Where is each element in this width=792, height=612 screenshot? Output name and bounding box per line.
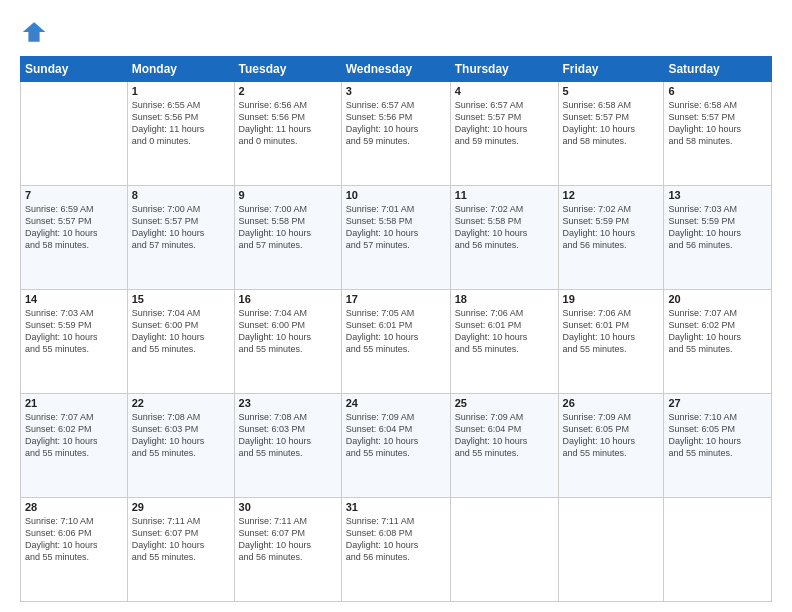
cell-info: Sunrise: 7:06 AMSunset: 6:01 PMDaylight:… — [563, 307, 660, 356]
calendar-cell: 6Sunrise: 6:58 AMSunset: 5:57 PMDaylight… — [664, 82, 772, 186]
calendar-cell: 2Sunrise: 6:56 AMSunset: 5:56 PMDaylight… — [234, 82, 341, 186]
cell-info: Sunrise: 7:11 AMSunset: 6:08 PMDaylight:… — [346, 515, 446, 564]
calendar-cell: 21Sunrise: 7:07 AMSunset: 6:02 PMDayligh… — [21, 394, 128, 498]
day-number: 21 — [25, 397, 123, 409]
cell-info: Sunrise: 7:10 AMSunset: 6:06 PMDaylight:… — [25, 515, 123, 564]
cell-info: Sunrise: 6:56 AMSunset: 5:56 PMDaylight:… — [239, 99, 337, 148]
cell-info: Sunrise: 7:07 AMSunset: 6:02 PMDaylight:… — [668, 307, 767, 356]
calendar-cell: 13Sunrise: 7:03 AMSunset: 5:59 PMDayligh… — [664, 186, 772, 290]
cell-info: Sunrise: 7:03 AMSunset: 5:59 PMDaylight:… — [668, 203, 767, 252]
day-number: 27 — [668, 397, 767, 409]
calendar-cell: 17Sunrise: 7:05 AMSunset: 6:01 PMDayligh… — [341, 290, 450, 394]
calendar-header-tuesday: Tuesday — [234, 57, 341, 82]
calendar-week-3: 14Sunrise: 7:03 AMSunset: 5:59 PMDayligh… — [21, 290, 772, 394]
calendar-cell: 25Sunrise: 7:09 AMSunset: 6:04 PMDayligh… — [450, 394, 558, 498]
cell-info: Sunrise: 7:09 AMSunset: 6:04 PMDaylight:… — [455, 411, 554, 460]
calendar-cell: 31Sunrise: 7:11 AMSunset: 6:08 PMDayligh… — [341, 498, 450, 602]
cell-info: Sunrise: 6:57 AMSunset: 5:56 PMDaylight:… — [346, 99, 446, 148]
calendar: SundayMondayTuesdayWednesdayThursdayFrid… — [20, 56, 772, 602]
cell-info: Sunrise: 7:11 AMSunset: 6:07 PMDaylight:… — [132, 515, 230, 564]
calendar-header-sunday: Sunday — [21, 57, 128, 82]
day-number: 6 — [668, 85, 767, 97]
day-number: 17 — [346, 293, 446, 305]
day-number: 22 — [132, 397, 230, 409]
calendar-cell: 19Sunrise: 7:06 AMSunset: 6:01 PMDayligh… — [558, 290, 664, 394]
calendar-week-4: 21Sunrise: 7:07 AMSunset: 6:02 PMDayligh… — [21, 394, 772, 498]
day-number: 7 — [25, 189, 123, 201]
cell-info: Sunrise: 7:09 AMSunset: 6:04 PMDaylight:… — [346, 411, 446, 460]
cell-info: Sunrise: 7:10 AMSunset: 6:05 PMDaylight:… — [668, 411, 767, 460]
day-number: 23 — [239, 397, 337, 409]
cell-info: Sunrise: 7:06 AMSunset: 6:01 PMDaylight:… — [455, 307, 554, 356]
calendar-cell: 1Sunrise: 6:55 AMSunset: 5:56 PMDaylight… — [127, 82, 234, 186]
day-number: 20 — [668, 293, 767, 305]
calendar-cell: 26Sunrise: 7:09 AMSunset: 6:05 PMDayligh… — [558, 394, 664, 498]
calendar-cell: 10Sunrise: 7:01 AMSunset: 5:58 PMDayligh… — [341, 186, 450, 290]
calendar-header-row: SundayMondayTuesdayWednesdayThursdayFrid… — [21, 57, 772, 82]
day-number: 10 — [346, 189, 446, 201]
calendar-cell: 20Sunrise: 7:07 AMSunset: 6:02 PMDayligh… — [664, 290, 772, 394]
cell-info: Sunrise: 7:09 AMSunset: 6:05 PMDaylight:… — [563, 411, 660, 460]
calendar-header-monday: Monday — [127, 57, 234, 82]
logo — [20, 18, 52, 46]
calendar-cell: 12Sunrise: 7:02 AMSunset: 5:59 PMDayligh… — [558, 186, 664, 290]
calendar-week-1: 1Sunrise: 6:55 AMSunset: 5:56 PMDaylight… — [21, 82, 772, 186]
calendar-cell: 22Sunrise: 7:08 AMSunset: 6:03 PMDayligh… — [127, 394, 234, 498]
day-number: 11 — [455, 189, 554, 201]
day-number: 14 — [25, 293, 123, 305]
cell-info: Sunrise: 7:04 AMSunset: 6:00 PMDaylight:… — [132, 307, 230, 356]
calendar-cell: 23Sunrise: 7:08 AMSunset: 6:03 PMDayligh… — [234, 394, 341, 498]
calendar-cell: 9Sunrise: 7:00 AMSunset: 5:58 PMDaylight… — [234, 186, 341, 290]
calendar-cell: 16Sunrise: 7:04 AMSunset: 6:00 PMDayligh… — [234, 290, 341, 394]
header — [20, 18, 772, 46]
day-number: 5 — [563, 85, 660, 97]
day-number: 2 — [239, 85, 337, 97]
day-number: 3 — [346, 85, 446, 97]
calendar-cell: 29Sunrise: 7:11 AMSunset: 6:07 PMDayligh… — [127, 498, 234, 602]
day-number: 25 — [455, 397, 554, 409]
cell-info: Sunrise: 6:55 AMSunset: 5:56 PMDaylight:… — [132, 99, 230, 148]
calendar-cell — [21, 82, 128, 186]
calendar-cell: 3Sunrise: 6:57 AMSunset: 5:56 PMDaylight… — [341, 82, 450, 186]
cell-info: Sunrise: 7:03 AMSunset: 5:59 PMDaylight:… — [25, 307, 123, 356]
day-number: 31 — [346, 501, 446, 513]
calendar-cell: 27Sunrise: 7:10 AMSunset: 6:05 PMDayligh… — [664, 394, 772, 498]
day-number: 30 — [239, 501, 337, 513]
day-number: 9 — [239, 189, 337, 201]
day-number: 8 — [132, 189, 230, 201]
day-number: 16 — [239, 293, 337, 305]
day-number: 1 — [132, 85, 230, 97]
day-number: 29 — [132, 501, 230, 513]
calendar-cell — [450, 498, 558, 602]
logo-icon — [20, 18, 48, 46]
calendar-cell: 5Sunrise: 6:58 AMSunset: 5:57 PMDaylight… — [558, 82, 664, 186]
calendar-cell: 8Sunrise: 7:00 AMSunset: 5:57 PMDaylight… — [127, 186, 234, 290]
cell-info: Sunrise: 7:05 AMSunset: 6:01 PMDaylight:… — [346, 307, 446, 356]
cell-info: Sunrise: 7:08 AMSunset: 6:03 PMDaylight:… — [132, 411, 230, 460]
day-number: 26 — [563, 397, 660, 409]
day-number: 13 — [668, 189, 767, 201]
calendar-header-friday: Friday — [558, 57, 664, 82]
calendar-cell: 30Sunrise: 7:11 AMSunset: 6:07 PMDayligh… — [234, 498, 341, 602]
cell-info: Sunrise: 6:59 AMSunset: 5:57 PMDaylight:… — [25, 203, 123, 252]
day-number: 4 — [455, 85, 554, 97]
cell-info: Sunrise: 6:57 AMSunset: 5:57 PMDaylight:… — [455, 99, 554, 148]
cell-info: Sunrise: 7:00 AMSunset: 5:57 PMDaylight:… — [132, 203, 230, 252]
day-number: 28 — [25, 501, 123, 513]
calendar-header-thursday: Thursday — [450, 57, 558, 82]
calendar-cell: 14Sunrise: 7:03 AMSunset: 5:59 PMDayligh… — [21, 290, 128, 394]
cell-info: Sunrise: 7:02 AMSunset: 5:58 PMDaylight:… — [455, 203, 554, 252]
cell-info: Sunrise: 6:58 AMSunset: 5:57 PMDaylight:… — [668, 99, 767, 148]
day-number: 15 — [132, 293, 230, 305]
day-number: 12 — [563, 189, 660, 201]
calendar-cell: 4Sunrise: 6:57 AMSunset: 5:57 PMDaylight… — [450, 82, 558, 186]
cell-info: Sunrise: 7:00 AMSunset: 5:58 PMDaylight:… — [239, 203, 337, 252]
day-number: 24 — [346, 397, 446, 409]
calendar-cell: 7Sunrise: 6:59 AMSunset: 5:57 PMDaylight… — [21, 186, 128, 290]
calendar-cell: 18Sunrise: 7:06 AMSunset: 6:01 PMDayligh… — [450, 290, 558, 394]
cell-info: Sunrise: 6:58 AMSunset: 5:57 PMDaylight:… — [563, 99, 660, 148]
calendar-cell: 24Sunrise: 7:09 AMSunset: 6:04 PMDayligh… — [341, 394, 450, 498]
calendar-cell: 11Sunrise: 7:02 AMSunset: 5:58 PMDayligh… — [450, 186, 558, 290]
day-number: 19 — [563, 293, 660, 305]
cell-info: Sunrise: 7:08 AMSunset: 6:03 PMDaylight:… — [239, 411, 337, 460]
